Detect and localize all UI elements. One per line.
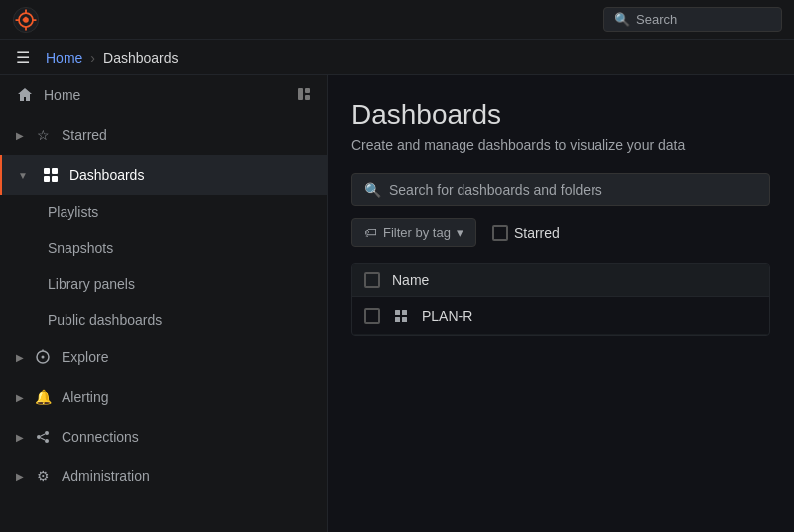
snapshots-label: Snapshots (48, 240, 113, 256)
sidebar-home-label: Home (44, 87, 287, 103)
alerting-icon: 🔔 (34, 388, 52, 406)
connections-icon (34, 428, 52, 446)
breadcrumb-home[interactable]: Home (46, 50, 82, 66)
grafana-logo[interactable] (12, 6, 40, 34)
breadcrumb-separator: › (90, 50, 95, 66)
page-subtitle: Create and manage dashboards to visualiz… (351, 137, 770, 153)
svg-point-18 (37, 435, 41, 439)
sidebar-item-snapshots[interactable]: Snapshots (0, 230, 327, 266)
dashboard-search-box[interactable]: 🔍 Search for dashboards and folders (351, 173, 770, 206)
table-row[interactable]: PLAN-R (352, 297, 769, 335)
sidebar-item-home[interactable]: Home (0, 75, 327, 115)
row-checkbox[interactable] (364, 308, 380, 324)
sidebar-item-playlists[interactable]: Playlists (0, 195, 327, 230)
layout-icon (297, 87, 311, 103)
library-panels-label: Library panels (48, 276, 135, 292)
hamburger-menu[interactable]: ☰ (16, 48, 30, 66)
sidebar-item-starred[interactable]: ▶ ☆ Starred (0, 115, 327, 155)
sidebar-item-administration[interactable]: ▶ ⚙ Administration (0, 457, 327, 496)
svg-line-22 (41, 438, 45, 440)
expand-icon: ▶ (16, 352, 24, 363)
sidebar-item-public-dashboards[interactable]: Public dashboards (0, 302, 327, 337)
sidebar-alerting-label: Alerting (62, 389, 311, 405)
expand-icon: ▶ (16, 471, 24, 482)
sidebar-dashboards-label: Dashboards (69, 167, 311, 183)
home-icon (16, 86, 34, 104)
sidebar-starred-label: Starred (62, 127, 311, 143)
main-layout: Home ▶ ☆ Starred ▼ Dashboards Playlists … (0, 75, 794, 532)
sidebar-item-dashboards[interactable]: ▼ Dashboards (0, 155, 327, 195)
topbar-left (12, 6, 40, 34)
starred-checkbox[interactable] (492, 225, 508, 241)
tag-icon: 🏷 (364, 225, 377, 240)
svg-rect-13 (44, 176, 50, 182)
chevron-down-icon: ▾ (457, 225, 463, 240)
breadcrumb-bar: ☰ Home › Dashboards (0, 40, 794, 75)
svg-point-20 (45, 439, 49, 443)
explore-icon (34, 348, 52, 366)
public-dashboards-label: Public dashboards (48, 312, 162, 328)
filter-row: 🏷 Filter by tag ▾ Starred (351, 218, 770, 247)
admin-icon: ⚙ (34, 467, 52, 485)
svg-rect-12 (52, 168, 58, 174)
svg-rect-11 (44, 168, 50, 174)
dashboards-table: Name PLAN-R (351, 263, 770, 336)
playlists-label: Playlists (48, 204, 98, 220)
svg-rect-26 (402, 317, 407, 322)
sidebar-explore-label: Explore (62, 349, 311, 365)
svg-line-21 (41, 434, 45, 436)
filter-tag-label: Filter by tag (383, 225, 451, 240)
sidebar-administration-label: Administration (62, 468, 311, 484)
collapse-icon: ▼ (18, 170, 28, 181)
expand-icon: ▶ (16, 392, 24, 403)
svg-rect-14 (52, 176, 58, 182)
filter-tag-button[interactable]: 🏷 Filter by tag ▾ (351, 218, 476, 247)
sidebar-item-explore[interactable]: ▶ Explore (0, 337, 327, 377)
row-name: PLAN-R (422, 308, 472, 324)
header-name-col: Name (392, 272, 429, 288)
starred-filter[interactable]: Starred (492, 225, 560, 241)
expand-icon: ▶ (16, 432, 24, 443)
star-icon: ☆ (34, 126, 52, 144)
svg-rect-25 (395, 317, 400, 322)
search-box[interactable]: 🔍 Search (603, 7, 782, 32)
topbar: 🔍 Search (0, 0, 794, 40)
sidebar-item-alerting[interactable]: ▶ 🔔 Alerting (0, 377, 327, 417)
svg-rect-9 (305, 88, 310, 93)
header-checkbox[interactable] (364, 272, 380, 288)
svg-point-16 (42, 356, 45, 359)
svg-rect-10 (305, 95, 310, 100)
content-area: Dashboards Create and manage dashboards … (328, 75, 794, 532)
search-icon: 🔍 (614, 12, 630, 27)
table-header: Name (352, 264, 769, 297)
sidebar-item-library-panels[interactable]: Library panels (0, 266, 327, 302)
expand-icon: ▶ (16, 130, 24, 141)
sidebar-item-connections[interactable]: ▶ Connections (0, 417, 327, 457)
breadcrumb-current: Dashboards (103, 50, 179, 66)
sidebar: Home ▶ ☆ Starred ▼ Dashboards Playlists … (0, 75, 328, 532)
svg-rect-23 (395, 310, 400, 315)
starred-label: Starred (514, 225, 560, 241)
svg-rect-24 (402, 310, 407, 315)
svg-point-19 (45, 431, 49, 435)
page-title: Dashboards (351, 99, 770, 131)
dashboard-icon (42, 166, 60, 184)
dashboard-row-icon (392, 307, 410, 325)
svg-rect-8 (298, 88, 303, 100)
search-hint: Search for dashboards and folders (389, 182, 602, 198)
search-placeholder: Search (636, 12, 677, 27)
search-icon: 🔍 (364, 182, 381, 198)
sidebar-connections-label: Connections (62, 429, 311, 445)
